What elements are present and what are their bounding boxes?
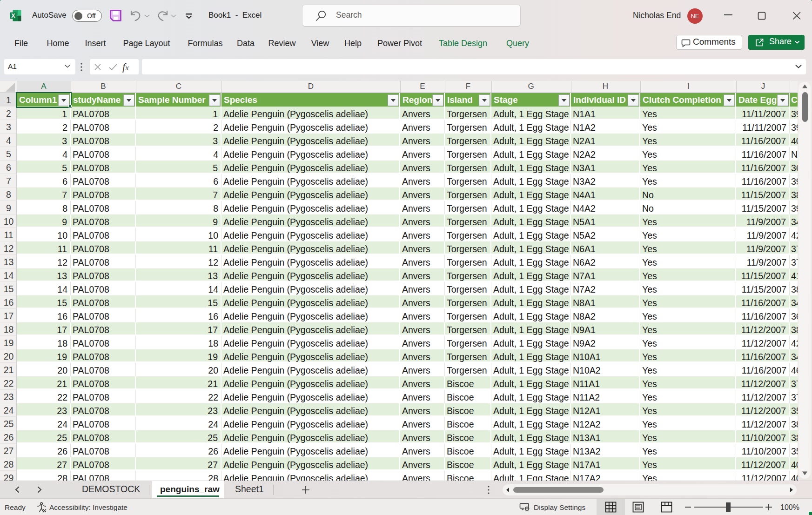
svg-text:X: X <box>11 13 15 19</box>
